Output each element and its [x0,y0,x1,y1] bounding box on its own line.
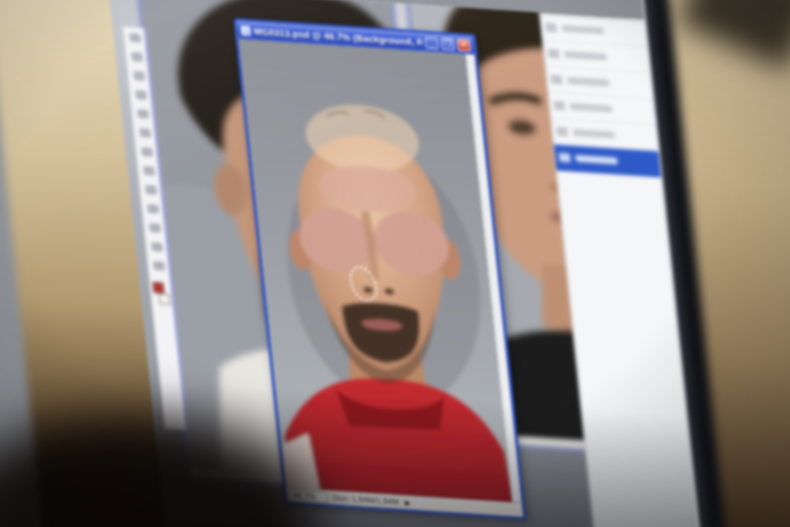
history-item-icon [545,23,557,33]
tool-icon[interactable] [139,128,151,138]
tool-icon[interactable] [129,33,141,43]
tool-icon[interactable] [143,166,155,176]
history-item-label [561,25,604,35]
history-item-label [575,155,618,165]
color-swatches [152,282,170,305]
history-item-icon [553,101,565,111]
photo-of-monitor: MG0313.psd @ 46.7% (Background, RGB/8) _… [0,0,790,527]
tool-icon[interactable] [131,52,143,62]
tool-icon[interactable] [141,147,153,157]
maximize-button[interactable]: ❐ [441,38,455,51]
history-item-icon [556,127,568,137]
tool-icon[interactable] [147,204,159,214]
tool-icon[interactable] [145,185,157,195]
history-item-label [572,129,615,139]
history-item-label [567,77,610,87]
status-popup-arrow[interactable]: ▶ [404,499,410,507]
minimize-button[interactable]: _ [425,37,439,50]
tool-icon[interactable] [135,90,147,100]
foreground-color-swatch[interactable] [152,282,164,294]
history-item-icon [551,75,563,85]
tool-icon[interactable] [137,109,149,119]
doc-size-info: Doc: 1.94M/1.94M [333,493,400,506]
tool-icon[interactable] [133,71,145,81]
background-color-swatch[interactable] [158,293,170,305]
photo-blur-layer: MG0313.psd @ 46.7% (Background, RGB/8) _… [0,0,790,527]
close-button[interactable]: ✕ [457,39,471,52]
history-item-icon [559,153,571,163]
history-item-label [569,103,612,113]
tool-icon[interactable] [153,261,165,271]
tool-icon[interactable] [151,242,163,252]
canvas-area[interactable] [239,39,522,503]
document-icon [240,26,251,37]
tool-icon[interactable] [149,223,161,233]
history-item-icon [548,49,560,59]
history-item-label [564,51,607,61]
